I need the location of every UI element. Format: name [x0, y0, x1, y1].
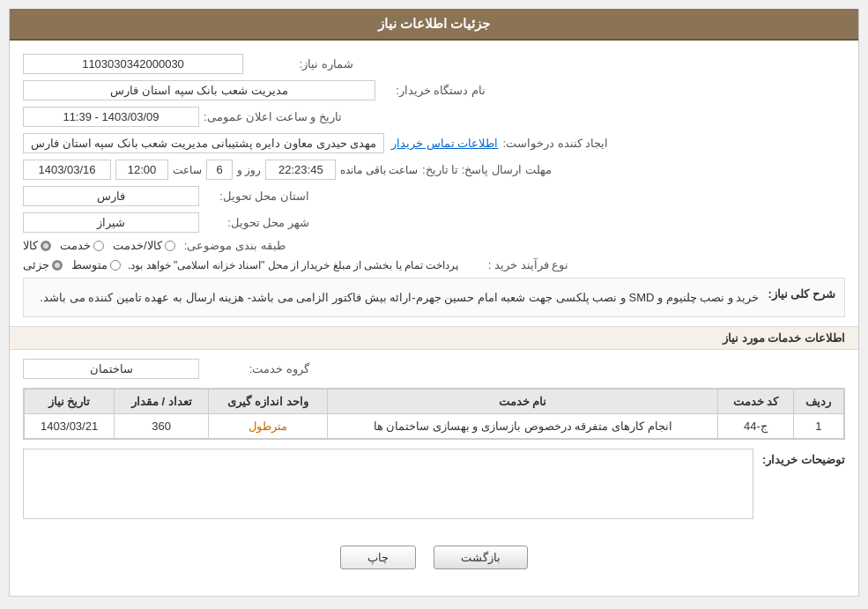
- time-value: 12:00: [115, 160, 168, 180]
- buyer-notes-section: توضیحات خریدار:: [23, 449, 845, 519]
- process-options: متوسط جزئی: [23, 258, 121, 271]
- services-title-text: اطلاعات خدمات مورد نیاز: [723, 331, 845, 345]
- need-number-row: شماره نیاز: 1103030342000030: [23, 54, 845, 74]
- buyer-org-label: نام دستگاه خریدار:: [380, 84, 486, 97]
- print-button[interactable]: چاپ: [340, 546, 416, 569]
- description-section: شرح کلی نیاز: خرید و نصب چلنیوم و SMD و …: [23, 278, 845, 317]
- process-note: پرداخت تمام یا بخشی از مبلغ خریدار از مح…: [128, 259, 458, 271]
- category-label: طبقه بندی موضوعی:: [180, 239, 286, 252]
- radio-jozii-icon: [52, 260, 63, 271]
- page-wrapper: جزئیات اطلاعات نیاز شماره نیاز: 11030303…: [0, 0, 868, 605]
- col-name: نام خدمت: [327, 390, 717, 414]
- creator-label: ایجاد کننده درخواست:: [502, 137, 608, 150]
- main-container: جزئیات اطلاعات نیاز شماره نیاز: 11030303…: [9, 9, 859, 597]
- col-quantity: تعداد / مقدار: [115, 390, 209, 414]
- deadline-label: مهلت ارسال پاسخ: تا تاریخ:: [422, 163, 552, 176]
- table-row: 1 ج-44 انجام کارهای متفرقه درخصوص بازساز…: [25, 414, 844, 439]
- col-unit: واحد اندازه گیری: [209, 390, 328, 414]
- table-body: 1 ج-44 انجام کارهای متفرقه درخصوص بازساز…: [25, 414, 844, 439]
- time-label: ساعت: [173, 164, 202, 176]
- announcement-row: تاریخ و ساعت اعلان عمومی: 1403/03/09 - 1…: [23, 107, 845, 127]
- city-label: شهر محل تحویل:: [204, 216, 309, 229]
- table-header: ردیف کد خدمت نام خدمت واحد اندازه گیری ت…: [25, 390, 844, 414]
- province-row: استان محل تحویل: فارس: [23, 186, 845, 206]
- process-motavaset-label: متوسط: [71, 258, 108, 271]
- action-buttons: بازگشت چاپ: [23, 532, 845, 583]
- cell-code: ج-44: [718, 414, 793, 439]
- process-jozii-label: جزئی: [23, 258, 49, 271]
- buyer-org-row: نام دستگاه خریدار: مدیریت شعب بانک سپه ا…: [23, 80, 845, 100]
- radio-khidmat-icon: [93, 241, 104, 251]
- process-motavaset: متوسط: [71, 258, 121, 271]
- city-value: شیراز: [23, 212, 199, 233]
- creator-contact-link[interactable]: اطلاعات تماس خریدار: [391, 137, 498, 150]
- category-kala-khidmat: کالا/خدمت: [113, 239, 175, 252]
- back-button[interactable]: بازگشت: [434, 546, 528, 569]
- services-table: ردیف کد خدمت نام خدمت واحد اندازه گیری ت…: [23, 388, 845, 440]
- province-value: فارس: [23, 186, 199, 206]
- announcement-value: 1403/03/09 - 11:39: [23, 107, 199, 127]
- creator-row: ایجاد کننده درخواست: اطلاعات تماس خریدار…: [23, 133, 845, 153]
- services-table-element: ردیف کد خدمت نام خدمت واحد اندازه گیری ت…: [24, 389, 844, 439]
- need-number-value: 1103030342000030: [23, 54, 243, 74]
- col-date: تاریخ نیاز: [25, 390, 115, 414]
- process-label: نوع فرآیند خرید :: [463, 258, 568, 271]
- description-label: شرح کلی نیاز:: [768, 287, 835, 301]
- buyer-notes-label: توضیحات خریدار:: [762, 453, 845, 466]
- category-khidmat-label: خدمت: [60, 239, 91, 252]
- buyer-notes-textarea[interactable]: [23, 449, 753, 519]
- days-label: روز و: [237, 164, 261, 176]
- category-row: طبقه بندی موضوعی: کالا/خدمت خدمت کالا: [23, 239, 845, 252]
- deadline-date: 1403/03/16: [23, 160, 111, 180]
- service-group-value: ساختمان: [23, 359, 199, 379]
- creator-value: مهدی حیدری معاون دایره پشتیبانی مدیریت ش…: [23, 133, 384, 153]
- need-number-label: شماره نیاز:: [248, 57, 353, 71]
- description-value: خرید و نصب چلنیوم و SMD و نصب پلکسی جهت …: [33, 287, 759, 308]
- radio-motavaset-icon: [110, 260, 121, 271]
- header-title-text: جزئیات اطلاعات نیاز: [378, 16, 490, 31]
- category-options: کالا/خدمت خدمت کالا: [23, 239, 175, 252]
- remaining-value: 22:23:45: [265, 160, 336, 180]
- buyer-org-value: مدیریت شعب بانک سپه استان فارس: [23, 80, 375, 100]
- radio-kala-icon: [41, 241, 51, 251]
- announcement-label: تاریخ و ساعت اعلان عمومی:: [204, 110, 342, 123]
- cell-quantity: 360: [115, 414, 209, 439]
- category-khidmat: خدمت: [60, 239, 104, 252]
- cell-row-num: 1: [793, 414, 843, 439]
- service-group-row: گروه خدمت: ساختمان: [23, 359, 845, 379]
- category-kala-khidmat-label: کالا/خدمت: [113, 239, 162, 252]
- category-kala: کالا: [23, 239, 51, 252]
- process-row: نوع فرآیند خرید : پرداخت تمام یا بخشی از…: [23, 258, 845, 271]
- process-jozii: جزئی: [23, 258, 63, 271]
- page-title: جزئیات اطلاعات نیاز: [10, 9, 858, 41]
- deadline-row: مهلت ارسال پاسخ: تا تاریخ: ساعت باقی مان…: [23, 160, 845, 180]
- table-header-row: ردیف کد خدمت نام خدمت واحد اندازه گیری ت…: [25, 390, 844, 414]
- cell-name: انجام کارهای متفرقه درخصوص بازسازی و بهس…: [327, 414, 717, 439]
- cell-date: 1403/03/21: [25, 414, 115, 439]
- col-code: کد خدمت: [718, 390, 793, 414]
- radio-kala-khidmat-icon: [165, 241, 175, 251]
- province-label: استان محل تحویل:: [204, 189, 309, 203]
- remaining-label: ساعت باقی مانده: [340, 164, 418, 176]
- services-section-header: اطلاعات خدمات مورد نیاز: [10, 326, 858, 350]
- col-row-num: ردیف: [793, 390, 843, 414]
- days-value: 6: [206, 160, 233, 180]
- service-group-label: گروه خدمت:: [204, 362, 309, 375]
- content-area: شماره نیاز: 1103030342000030 نام دستگاه …: [10, 41, 858, 596]
- cell-unit: مترطول: [209, 414, 328, 439]
- city-row: شهر محل تحویل: شیراز: [23, 212, 845, 233]
- category-kala-label: کالا: [23, 239, 38, 252]
